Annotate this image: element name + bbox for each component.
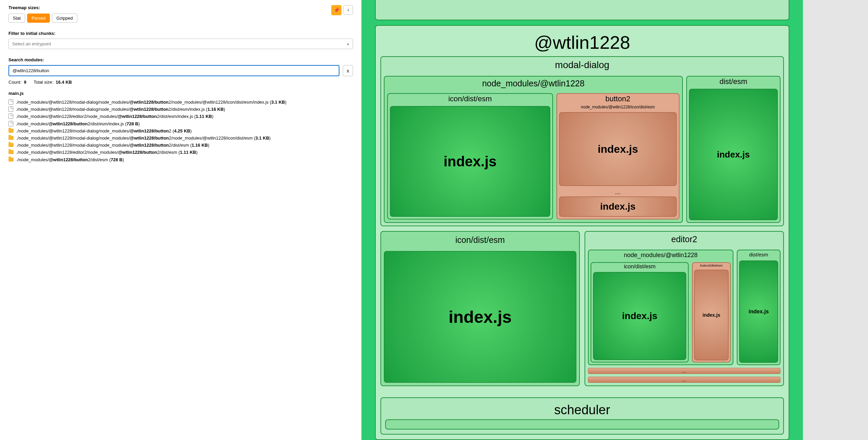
editor2-button2[interactable]: button2/dist/esm index.js — [692, 262, 731, 362]
treemap-scheduler[interactable]: scheduler — [380, 397, 784, 435]
modal-dialog-label: modal-dialog — [381, 57, 783, 73]
treemap-modal-dialog[interactable]: modal-dialog node_modules/@wtlin1228 ico… — [380, 56, 784, 226]
modal-button2-sub-label: node_modules/@wtlin1228/icon/dist/esm — [557, 104, 679, 110]
clear-search-button[interactable]: x — [343, 65, 353, 76]
size-buttons-group: Stat Parsed Gzipped — [8, 14, 353, 23]
search-result-path: ./node_modules/@wtlin1228/modal-dialog/n… — [16, 128, 192, 134]
editor2-button2-index[interactable]: index.js — [694, 270, 729, 360]
file-icon — [8, 121, 13, 126]
count-value: 9 — [24, 80, 26, 85]
search-result-path: ./node_modules/@wtlin1228/modal-dialog/n… — [16, 99, 287, 105]
editor2-dist-index[interactable]: index.js — [739, 260, 778, 363]
editor2-strip2[interactable]: … — [588, 377, 781, 383]
modal-button2-label: button2 — [557, 94, 679, 104]
editor2-strip1[interactable]: … — [588, 368, 781, 374]
file-icon — [8, 106, 13, 112]
search-input[interactable] — [8, 65, 339, 76]
treemap-editor2[interactable]: editor2 node_modules/@wtlin1228 icon/dis… — [585, 231, 784, 386]
total-size-label: Total size: — [34, 80, 53, 85]
sidebar: 📌 ‹ Treemap sizes: Stat Parsed Gzipped F… — [0, 0, 361, 440]
size-gzipped-button[interactable]: Gzipped — [52, 14, 77, 23]
treemap-root-label: @wtlin1228 — [376, 26, 789, 56]
count-label: Count: — [8, 80, 21, 85]
search-result-item[interactable]: ./node_modules/@wtlin1228/editor2/node_m… — [8, 149, 353, 155]
search-result-path: ./node_modules/@wtlin1228/button2/dist/e… — [16, 157, 124, 163]
empty-area — [803, 0, 868, 440]
search-result-path: ./node_modules/@wtlin1228/editor2/node_m… — [16, 149, 198, 155]
modal-dialog-nodemodules[interactable]: node_modules/@wtlin1228 icon/dist/esm in… — [384, 76, 683, 223]
modal-icon-dist-esm[interactable]: icon/dist/esm index.js — [387, 93, 553, 219]
modal-button2-ellipsis: … — [557, 188, 679, 196]
chunk-name: main.js — [8, 91, 353, 96]
modal-dist-index[interactable]: index.js — [689, 89, 778, 220]
search-result-path: ./node_modules/@wtlin1228/modal-dialog/n… — [16, 142, 209, 148]
treemap-icon-dist-esm[interactable]: icon/dist/esm index.js — [380, 231, 580, 386]
size-stat-button[interactable]: Stat — [8, 14, 25, 23]
search-result-path: ./node_modules/@wtlin1228/editor2/node_m… — [16, 113, 213, 120]
editor2-label: editor2 — [585, 232, 783, 247]
editor2-nm-label: node_modules/@wtlin1228 — [589, 250, 733, 260]
search-result-item[interactable]: ./node_modules/@wtlin1228/modal-dialog/n… — [8, 135, 353, 141]
search-result-item[interactable]: ./node_modules/@wtlin1228/modal-dialog/n… — [8, 106, 353, 112]
modal-icon-index[interactable]: index.js — [390, 106, 550, 217]
modal-button2-index1[interactable]: index.js — [559, 112, 677, 186]
entrypoint-select[interactable] — [8, 39, 353, 49]
pin-button[interactable]: 📌 — [331, 5, 341, 15]
folder-icon — [8, 129, 14, 133]
icon-index[interactable]: index.js — [384, 251, 576, 383]
editor2-icon[interactable]: icon/dist/esm index.js — [591, 262, 689, 362]
modal-icon-label: icon/dist/esm — [388, 94, 552, 104]
editor2-dist-esm[interactable]: dist/esm index.js — [737, 250, 781, 365]
search-stats: Count: 9 Total size: 16.4 KB — [8, 80, 353, 85]
modal-button2-index2[interactable]: index.js — [559, 196, 677, 217]
editor2-icon-index[interactable]: index.js — [593, 272, 686, 360]
icon-label: icon/dist/esm — [381, 232, 579, 248]
total-size-value: 16.4 KB — [56, 80, 72, 85]
file-icon — [8, 113, 13, 119]
search-modules-label: Search modules: — [8, 57, 353, 62]
search-result-item[interactable]: ./node_modules/@wtlin1228/button2/dist/e… — [8, 121, 353, 127]
collapse-sidebar-button[interactable]: ‹ — [343, 5, 353, 15]
search-result-item[interactable]: ./node_modules/@wtlin1228/modal-dialog/n… — [8, 142, 353, 148]
filter-chunks-label: Filter to initial chunks: — [8, 31, 353, 36]
editor2-nodemodules[interactable]: node_modules/@wtlin1228 icon/dist/esm in… — [588, 250, 733, 365]
treemap-sizes-label: Treemap sizes: — [8, 5, 353, 10]
size-parsed-button[interactable]: Parsed — [27, 14, 50, 23]
editor2-button2-label: button2/dist/esm — [693, 263, 730, 268]
treemap-wtlin1228[interactable]: @wtlin1228 modal-dialog node_modules/@wt… — [375, 25, 789, 440]
search-result-path: ./node_modules/@wtlin1228/modal-dialog/n… — [16, 106, 225, 112]
search-result-item[interactable]: ./node_modules/@wtlin1228/modal-dialog/n… — [8, 128, 353, 134]
search-result-item[interactable]: ./node_modules/@wtlin1228/button2/dist/e… — [8, 157, 353, 163]
main-area: @wtlin1228 modal-dialog node_modules/@wt… — [361, 0, 868, 440]
folder-icon — [8, 150, 14, 154]
file-icon — [8, 99, 13, 105]
modal-dist-esm[interactable]: dist/esm index.js — [686, 76, 781, 223]
search-result-item[interactable]: ./node_modules/@wtlin1228/modal-dialog/n… — [8, 99, 353, 105]
editor2-icon-label: icon/dist/esm — [591, 263, 688, 270]
treemap[interactable]: @wtlin1228 modal-dialog node_modules/@wt… — [361, 0, 803, 440]
folder-icon — [8, 158, 14, 162]
search-result-path: ./node_modules/@wtlin1228/modal-dialog/n… — [16, 135, 271, 141]
treemap-top-node[interactable] — [375, 0, 789, 20]
search-results-list: ./node_modules/@wtlin1228/modal-dialog/n… — [8, 99, 353, 163]
scheduler-inner[interactable] — [385, 419, 779, 429]
modal-dialog-nm-label: node_modules/@wtlin1228 — [384, 77, 682, 90]
search-result-path: ./node_modules/@wtlin1228/button2/dist/e… — [16, 121, 140, 127]
scheduler-label: scheduler — [381, 398, 783, 419]
editor2-dist-label: dist/esm — [737, 250, 780, 259]
modal-button2[interactable]: button2 node_modules/@wtlin1228/icon/dis… — [556, 93, 679, 219]
modal-dist-label: dist/esm — [687, 77, 780, 87]
folder-icon — [8, 136, 14, 140]
chevron-left-icon: ‹ — [348, 7, 349, 13]
search-result-item[interactable]: ./node_modules/@wtlin1228/editor2/node_m… — [8, 113, 353, 120]
pin-icon: 📌 — [334, 7, 339, 13]
folder-icon — [8, 143, 14, 147]
